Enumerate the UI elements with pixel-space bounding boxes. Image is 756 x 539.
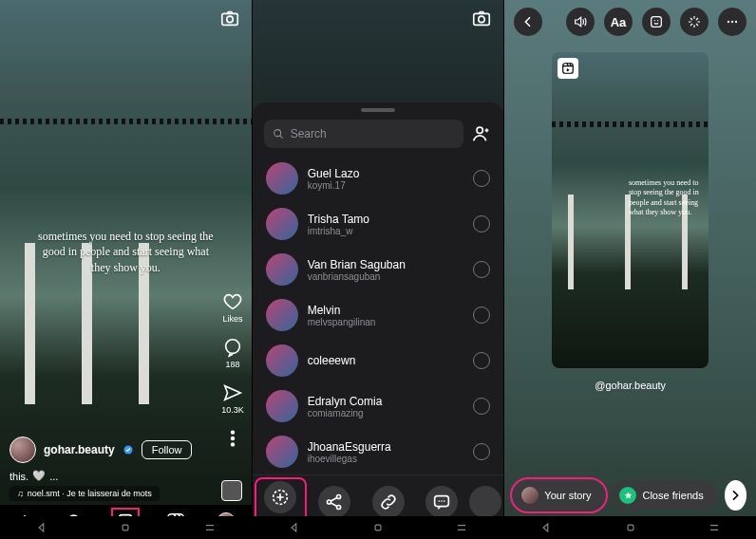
person-avatar — [266, 390, 298, 422]
person-row[interactable]: Edralyn Comiacomiamazing — [253, 383, 504, 429]
person-name: Trisha Tamo — [308, 213, 464, 226]
comment-icon — [222, 337, 243, 358]
author-username: gohar.beauty — [44, 443, 115, 456]
back-key[interactable] — [288, 521, 301, 534]
person-row[interactable]: Guel Lazokoymi.17 — [253, 156, 504, 201]
person-username: comiamazing — [308, 408, 464, 418]
svg-point-21 — [441, 500, 443, 502]
effects-button[interactable] — [680, 8, 709, 36]
audio-button[interactable] — [566, 8, 595, 36]
share-button[interactable]: 10.3K — [221, 382, 244, 415]
person-row[interactable]: Trisha Tamoimtrisha_w — [253, 201, 504, 247]
author-avatar[interactable] — [9, 437, 36, 463]
svg-point-4 — [232, 437, 235, 440]
sms-icon — [431, 492, 452, 512]
sheet-grabber[interactable] — [361, 108, 395, 112]
add-friend-icon[interactable] — [471, 123, 492, 144]
overflow-button[interactable] — [718, 8, 747, 36]
svg-point-13 — [274, 130, 280, 137]
reel-badge-icon — [558, 58, 578, 79]
person-row[interactable]: Melvinmelvspangilinan — [253, 292, 504, 338]
avatar — [521, 487, 539, 504]
share-nodes-icon — [324, 492, 345, 512]
svg-point-25 — [654, 20, 655, 21]
comment-button[interactable]: 188 — [222, 337, 243, 369]
person-avatar — [266, 344, 298, 377]
publish-bar: Your story Close friends — [514, 480, 747, 511]
person-row[interactable]: Van Brian Sagubanvanbriansaguban — [253, 247, 504, 292]
person-radio[interactable] — [473, 443, 490, 460]
editor-toolbar: Aa — [514, 8, 747, 36]
follow-button[interactable]: Follow — [142, 440, 193, 459]
share-icon — [222, 382, 243, 403]
text-button[interactable]: Aa — [604, 8, 633, 36]
more-button[interactable] — [222, 428, 243, 449]
home-key[interactable] — [624, 521, 637, 534]
recents-key[interactable] — [203, 521, 217, 534]
more-icon — [222, 428, 243, 449]
music-pill[interactable]: ♫ noel.smt · Je te laisserai de mots — [9, 486, 160, 501]
person-row[interactable]: coleeewn — [253, 338, 504, 383]
person-username: ihoevillegas — [308, 454, 464, 464]
svg-point-22 — [444, 500, 445, 502]
home-key[interactable] — [119, 521, 132, 534]
story-editor-screen: Aa sometimes you need to stop seeing the… — [503, 0, 756, 539]
svg-rect-0 — [221, 13, 237, 25]
home-key[interactable] — [371, 521, 385, 534]
your-story-button[interactable]: Your story — [514, 481, 604, 510]
person-row[interactable]: JhoanaEsguerraihoevillegas — [253, 429, 504, 474]
quote-overlay-text: sometimes you need to stop seeing the go… — [38, 228, 214, 275]
recents-key[interactable] — [455, 521, 468, 534]
music-label: noel.smt · Je te laisserai de mots — [28, 489, 152, 498]
person-radio[interactable] — [473, 352, 490, 369]
svg-point-16 — [328, 500, 331, 504]
likes-label: Likes — [222, 314, 242, 324]
person-username: imtrisha_w — [308, 226, 464, 236]
caption-row[interactable]: this. 🤍 ... — [9, 470, 58, 482]
recents-key[interactable] — [708, 521, 721, 534]
back-button[interactable] — [514, 8, 542, 36]
camera-icon[interactable] — [471, 8, 492, 28]
person-name: JhoanaEsguerra — [308, 440, 464, 454]
svg-rect-10 — [123, 525, 128, 530]
svg-rect-23 — [375, 525, 381, 530]
person-name: Guel Lazo — [308, 167, 464, 180]
person-radio[interactable] — [473, 398, 490, 415]
camera-icon[interactable] — [219, 8, 240, 28]
person-username: koymi.17 — [308, 180, 464, 191]
story-canvas[interactable]: sometimes you need to stop seeing the go… — [552, 52, 709, 368]
svg-point-5 — [232, 443, 235, 446]
svg-point-18 — [337, 505, 341, 509]
people-list[interactable]: Guel Lazokoymi.17Trisha Tamoimtrisha_wVa… — [253, 156, 504, 490]
svg-point-29 — [735, 21, 737, 23]
person-radio[interactable] — [473, 261, 490, 278]
back-key[interactable] — [35, 521, 48, 534]
caption-more: ... — [49, 471, 58, 482]
back-key[interactable] — [539, 521, 553, 534]
comment-count: 188 — [225, 360, 239, 369]
music-note-icon: ♫ — [17, 489, 24, 498]
author-row[interactable]: gohar.beauty Follow — [9, 437, 192, 463]
person-name: Melvin — [308, 304, 464, 317]
your-story-label: Your story — [544, 490, 591, 501]
mention-tag[interactable]: @gohar.beauty — [504, 380, 756, 391]
person-radio[interactable] — [473, 170, 490, 187]
sticker-button[interactable] — [642, 8, 671, 36]
person-radio[interactable] — [473, 215, 490, 232]
caption-text: this. — [9, 471, 28, 482]
close-friends-button[interactable]: Close friends — [612, 481, 716, 510]
svg-point-12 — [479, 16, 484, 22]
link-icon — [378, 492, 399, 512]
person-radio[interactable] — [473, 307, 490, 324]
android-nav — [253, 516, 504, 539]
like-button[interactable]: Likes — [222, 291, 243, 324]
next-button[interactable] — [725, 480, 747, 511]
svg-point-27 — [728, 21, 729, 23]
quote-overlay-text: sometimes you need to stop seeing the go… — [629, 178, 699, 218]
svg-point-3 — [232, 431, 235, 434]
search-input[interactable]: Search — [264, 120, 464, 148]
person-username: melvspangilinan — [308, 317, 464, 327]
person-username: vanbriansaguban — [308, 271, 464, 282]
plus-circle-icon — [270, 487, 291, 508]
audio-thumbnail[interactable] — [221, 480, 242, 501]
